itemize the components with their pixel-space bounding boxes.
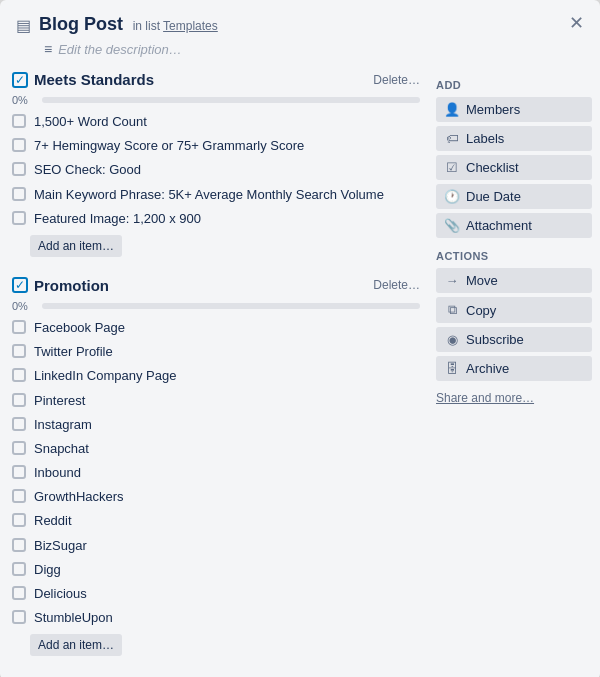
sidebar-action-copy-icon: ⧉: [444, 302, 460, 318]
checklist-item: Inbound: [8, 461, 424, 485]
checklist-item-checkbox-5[interactable]: [12, 441, 26, 455]
sidebar-add-due date-icon: 🕐: [444, 189, 460, 204]
share-link[interactable]: Share and more…: [436, 389, 534, 407]
checklist-item: Snapchat: [8, 437, 424, 461]
checklist-item-checkbox-11[interactable]: [12, 586, 26, 600]
sidebar-action-archive-label: Archive: [466, 361, 509, 376]
checklist-item: 1,500+ Word Count: [8, 110, 424, 134]
checklist-item: Instagram: [8, 413, 424, 437]
progress-bar-row: 0%: [8, 300, 424, 316]
checklist-item-text: LinkedIn Company Page: [34, 367, 176, 385]
checklist-item: 7+ Hemingway Score or 75+ Grammarly Scor…: [8, 134, 424, 158]
sidebar-add-due date-label: Due Date: [466, 189, 521, 204]
checklist-item-checkbox-0[interactable]: [12, 320, 26, 334]
progress-bar-bg: [42, 303, 420, 309]
checklist-item-text: Instagram: [34, 416, 92, 434]
close-button[interactable]: ✕: [563, 10, 590, 36]
checklist-item-text: StumbleUpon: [34, 609, 113, 627]
description-placeholder: Edit the description…: [58, 42, 182, 57]
checklist-title: Promotion: [34, 277, 109, 294]
sidebar-add-due date-button[interactable]: 🕐Due Date: [436, 184, 592, 209]
sidebar-add-attachment-button[interactable]: 📎Attachment: [436, 213, 592, 238]
checklist-item-text: Pinterest: [34, 392, 85, 410]
sidebar-add-labels-icon: 🏷: [444, 131, 460, 146]
checklist-item-checkbox-8[interactable]: [12, 513, 26, 527]
checklist-item-text: Reddit: [34, 512, 72, 530]
checklist-item-checkbox-7[interactable]: [12, 489, 26, 503]
checklist-delete-link[interactable]: Delete…: [373, 278, 420, 292]
checklist-item: Digg: [8, 558, 424, 582]
checklist-item-checkbox-4[interactable]: [12, 211, 26, 225]
checklist-toggle-checkbox[interactable]: ✓: [12, 72, 28, 88]
card-list-link[interactable]: Templates: [163, 19, 218, 33]
add-item-button[interactable]: Add an item…: [30, 235, 122, 257]
card-list-label: in list Templates: [133, 19, 218, 33]
checklist-item: StumbleUpon: [8, 606, 424, 630]
sidebar-action-archive-button[interactable]: 🗄Archive: [436, 356, 592, 381]
checklist-item-checkbox-4[interactable]: [12, 417, 26, 431]
sidebar-add-members-button[interactable]: 👤Members: [436, 97, 592, 122]
checklist-item-checkbox-0[interactable]: [12, 114, 26, 128]
progress-percent: 0%: [12, 94, 36, 106]
checklist-item: Facebook Page: [8, 316, 424, 340]
checklist-item-checkbox-9[interactable]: [12, 538, 26, 552]
checklist-item-checkbox-2[interactable]: [12, 368, 26, 382]
checklist-item-text: Main Keyword Phrase: 5K+ Average Monthly…: [34, 186, 384, 204]
checklist-item-checkbox-10[interactable]: [12, 562, 26, 576]
sidebar-add-labels-label: Labels: [466, 131, 504, 146]
sidebar-action-move-button[interactable]: →Move: [436, 268, 592, 293]
action-buttons-container: →Move⧉Copy◉Subscribe🗄Archive: [436, 268, 592, 381]
checklist-meets-standards: ✓Meets StandardsDelete…0%1,500+ Word Cou…: [8, 67, 424, 257]
sidebar-action-copy-button[interactable]: ⧉Copy: [436, 297, 592, 323]
sidebar-add-checklist-icon: ☑: [444, 160, 460, 175]
progress-bar-bg: [42, 97, 420, 103]
checklist-title-row: ✓Meets Standards: [12, 71, 154, 88]
sidebar-action-move-label: Move: [466, 273, 498, 288]
checklist-item: GrowthHackers: [8, 485, 424, 509]
checklist-item-checkbox-3[interactable]: [12, 187, 26, 201]
checklist-item: Main Keyword Phrase: 5K+ Average Monthly…: [8, 183, 424, 207]
checklist-item-checkbox-3[interactable]: [12, 393, 26, 407]
card-header: ▤ Blog Post in list Templates ✕: [0, 0, 600, 35]
checklist-item: Twitter Profile: [8, 340, 424, 364]
sidebar-action-subscribe-button[interactable]: ◉Subscribe: [436, 327, 592, 352]
checklist-item-text: Twitter Profile: [34, 343, 113, 361]
checklist-item-checkbox-1[interactable]: [12, 344, 26, 358]
sidebar-add-members-icon: 👤: [444, 102, 460, 117]
checklist-item-checkbox-1[interactable]: [12, 138, 26, 152]
sidebar-actions-title: Actions: [436, 250, 592, 262]
progress-percent: 0%: [12, 300, 36, 312]
card-title: Blog Post: [39, 14, 123, 34]
sidebar: Add 👤Members🏷Labels☑Checklist🕐Due Date📎A…: [432, 67, 592, 672]
checklist-item: Featured Image: 1,200 x 900: [8, 207, 424, 231]
checklist-item-checkbox-12[interactable]: [12, 610, 26, 624]
checklist-item-text: 7+ Hemingway Score or 75+ Grammarly Scor…: [34, 137, 304, 155]
card-title-area: Blog Post in list Templates: [39, 14, 564, 35]
sidebar-action-subscribe-icon: ◉: [444, 332, 460, 347]
checklist-item-text: Snapchat: [34, 440, 89, 458]
sidebar-add-members-label: Members: [466, 102, 520, 117]
sidebar-add-attachment-icon: 📎: [444, 218, 460, 233]
checklist-item-checkbox-2[interactable]: [12, 162, 26, 176]
sidebar-action-copy-label: Copy: [466, 303, 496, 318]
checklist-toggle-checkbox[interactable]: ✓: [12, 277, 28, 293]
description-row[interactable]: ≡ Edit the description…: [28, 35, 600, 63]
add-item-button[interactable]: Add an item…: [30, 634, 122, 656]
checklist-item-checkbox-6[interactable]: [12, 465, 26, 479]
checklist-item-text: Digg: [34, 561, 61, 579]
sidebar-add-labels-button[interactable]: 🏷Labels: [436, 126, 592, 151]
checklist-header-1: ✓PromotionDelete…: [8, 273, 424, 296]
sidebar-action-move-icon: →: [444, 273, 460, 288]
checklist-item: SEO Check: Good: [8, 158, 424, 182]
checklist-delete-link[interactable]: Delete…: [373, 73, 420, 87]
checklist-title-row: ✓Promotion: [12, 277, 109, 294]
checklists-container: ✓Meets StandardsDelete…0%1,500+ Word Cou…: [8, 67, 424, 656]
checklist-promotion: ✓PromotionDelete…0%Facebook PageTwitter …: [8, 273, 424, 656]
sidebar-add-checklist-button[interactable]: ☑Checklist: [436, 155, 592, 180]
card-body: ✓Meets StandardsDelete…0%1,500+ Word Cou…: [0, 63, 600, 677]
progress-bar-row: 0%: [8, 94, 424, 110]
sidebar-add-title: Add: [436, 79, 592, 91]
main-content: ✓Meets StandardsDelete…0%1,500+ Word Cou…: [8, 67, 432, 672]
card-icon: ▤: [16, 16, 31, 35]
checklist-item-text: Facebook Page: [34, 319, 125, 337]
